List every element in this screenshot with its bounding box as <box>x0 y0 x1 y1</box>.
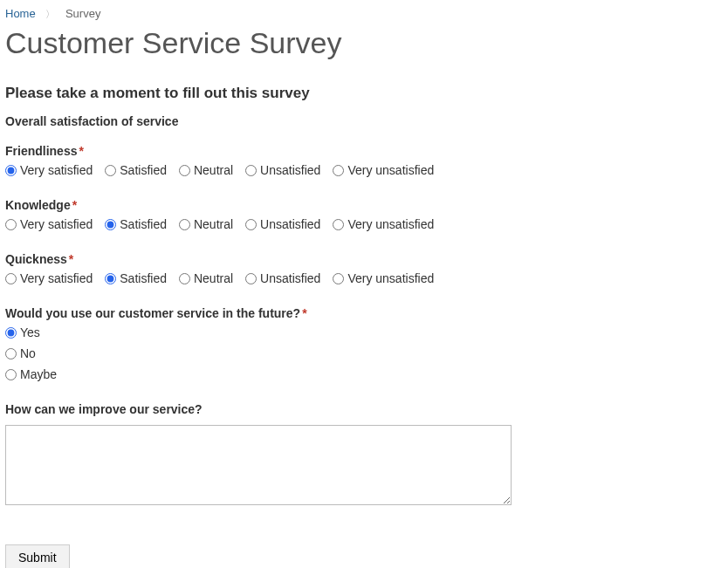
radio-label: Very unsatisfied <box>347 217 434 231</box>
radio-option[interactable]: Satisfied <box>105 271 167 285</box>
radio-label: Very unsatisfied <box>347 163 434 177</box>
radio-input[interactable] <box>333 219 344 230</box>
radio-option[interactable]: Unsatisfied <box>245 163 320 177</box>
question-label: Knowledge* <box>5 198 723 212</box>
question-quickness: Quickness* Very satisfied Satisfied Neut… <box>5 252 723 285</box>
radio-label: Very satisfied <box>20 163 93 177</box>
question-label: Would you use our customer service in th… <box>5 306 723 320</box>
radio-label: Neutral <box>194 271 233 285</box>
radio-label: Neutral <box>194 163 233 177</box>
radio-label: Unsatisfied <box>260 163 320 177</box>
question-label: Friendliness* <box>5 144 723 158</box>
question-future: Would you use our customer service in th… <box>5 306 723 381</box>
question-label-text: Quickness <box>5 252 67 266</box>
question-label-text: Would you use our customer service in th… <box>5 306 300 320</box>
question-label: How can we improve our service? <box>5 402 723 416</box>
radio-option[interactable]: Neutral <box>179 163 233 177</box>
options-row: Very satisfied Satisfied Neutral Unsatis… <box>5 217 723 231</box>
radio-input[interactable] <box>179 273 190 284</box>
breadcrumb-home[interactable]: Home <box>5 7 36 20</box>
radio-label: Satisfied <box>120 217 167 231</box>
radio-option[interactable]: Satisfied <box>105 163 167 177</box>
radio-label: No <box>20 346 36 360</box>
radio-input[interactable] <box>105 219 116 230</box>
radio-option[interactable]: Very unsatisfied <box>333 163 434 177</box>
radio-option[interactable]: Very unsatisfied <box>333 217 434 231</box>
required-mark: * <box>302 306 306 320</box>
radio-option[interactable]: Unsatisfied <box>245 217 320 231</box>
radio-option[interactable]: Yes <box>5 325 723 339</box>
radio-option[interactable]: No <box>5 346 723 360</box>
options-row: Very satisfied Satisfied Neutral Unsatis… <box>5 271 723 285</box>
radio-input[interactable] <box>333 273 344 284</box>
radio-label: Satisfied <box>120 271 167 285</box>
radio-option[interactable]: Very satisfied <box>5 217 93 231</box>
required-mark: * <box>79 144 83 158</box>
survey-intro: Please take a moment to fill out this su… <box>5 85 723 102</box>
radio-input[interactable] <box>333 165 344 176</box>
question-label-text: Friendliness <box>5 144 77 158</box>
radio-label: Neutral <box>194 217 233 231</box>
radio-input[interactable] <box>245 219 257 230</box>
radio-label: Maybe <box>20 367 57 381</box>
radio-label: Very satisfied <box>20 217 93 231</box>
radio-option[interactable]: Very unsatisfied <box>333 271 434 285</box>
radio-input[interactable] <box>5 219 17 230</box>
radio-input[interactable] <box>245 273 257 284</box>
chevron-right-icon: 〉 <box>45 9 55 19</box>
radio-label: Unsatisfied <box>260 217 320 231</box>
submit-button[interactable]: Submit <box>5 544 70 568</box>
radio-input[interactable] <box>179 165 190 176</box>
radio-option[interactable]: Neutral <box>179 217 233 231</box>
radio-option[interactable]: Neutral <box>179 271 233 285</box>
breadcrumb: Home 〉 Survey <box>5 7 723 21</box>
radio-option[interactable]: Very satisfied <box>5 163 93 177</box>
radio-label: Unsatisfied <box>260 271 320 285</box>
question-improve: How can we improve our service? <box>5 402 723 508</box>
question-label-text: How can we improve our service? <box>5 402 203 416</box>
radio-option[interactable]: Very satisfied <box>5 271 93 285</box>
radio-label: Very unsatisfied <box>347 271 434 285</box>
radio-option[interactable]: Satisfied <box>105 217 167 231</box>
required-mark: * <box>72 198 77 212</box>
radio-label: Very satisfied <box>20 271 93 285</box>
section-heading: Overall satisfaction of service <box>5 114 723 128</box>
radio-input[interactable] <box>105 165 116 176</box>
radio-input[interactable] <box>5 348 17 359</box>
radio-label: Satisfied <box>120 163 167 177</box>
breadcrumb-current: Survey <box>65 7 100 20</box>
required-mark: * <box>69 252 73 266</box>
radio-input[interactable] <box>245 165 257 176</box>
question-friendliness: Friendliness* Very satisfied Satisfied N… <box>5 144 723 177</box>
page-title: Customer Service Survey <box>5 26 723 60</box>
question-knowledge: Knowledge* Very satisfied Satisfied Neut… <box>5 198 723 231</box>
radio-option[interactable]: Unsatisfied <box>245 271 320 285</box>
question-label-text: Knowledge <box>5 198 71 212</box>
options-row: Very satisfied Satisfied Neutral Unsatis… <box>5 163 723 177</box>
options-stack: Yes No Maybe <box>5 325 723 381</box>
radio-input[interactable] <box>5 165 17 176</box>
radio-input[interactable] <box>5 273 17 284</box>
radio-input[interactable] <box>105 273 116 284</box>
radio-label: Yes <box>20 325 40 339</box>
question-label: Quickness* <box>5 252 723 266</box>
improve-textarea[interactable] <box>5 425 512 505</box>
radio-input[interactable] <box>5 369 17 380</box>
radio-input[interactable] <box>5 327 17 339</box>
radio-option[interactable]: Maybe <box>5 367 723 381</box>
radio-input[interactable] <box>179 219 190 230</box>
